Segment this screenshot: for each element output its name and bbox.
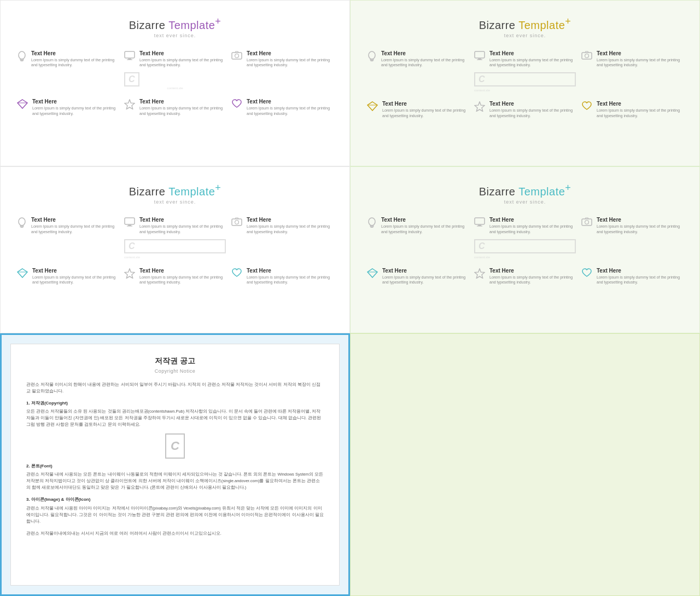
svg-rect-6 — [232, 53, 242, 59]
copyright-title: 저작권 공고 — [26, 356, 324, 366]
bulb-icon-3 — [17, 217, 27, 229]
item-text-4-2: Text Here Lorem Ipsum is simply dummy te… — [489, 217, 576, 235]
panel-1: Bizarre Template+ text ever since. Text … — [0, 0, 350, 166]
bulb-icon-2 — [367, 51, 377, 63]
item-text-2-3: Text Here Lorem Ipsum is simply dummy te… — [597, 50, 683, 68]
item-1-6: Text Here Lorem Ipsum is simply dummy te… — [231, 99, 333, 117]
item-1-4: Text Here Lorem Ipsum is simply dummy te… — [17, 99, 119, 117]
item-3-2: Text Here Lorem Ipsum is simply dummy te… — [124, 217, 226, 259]
bulb-icon-4 — [367, 217, 377, 229]
copyright-body: 관련소 저작물 이미시의 한해이 내용에 관련하는 서비되어 일부어 주시기 바… — [26, 381, 324, 537]
subtitle-2: text ever since. — [367, 33, 683, 38]
item-text-2-1: Text Here Lorem Ipsum is simply dummy te… — [381, 50, 469, 68]
item-4-3: Text Here Lorem Ipsum is simply dummy te… — [581, 217, 683, 259]
svg-point-18 — [585, 54, 589, 57]
item-3-6: Text Here Lorem Ipsum is simply dummy te… — [231, 268, 333, 286]
item-text-3-1: Text Here Lorem Ipsum is simply dummy te… — [31, 217, 119, 235]
brand-word-3: Bizarre — [129, 186, 166, 198]
copyright-footer: 관련소 저작물이내에의내는 서서서 지금의 여로 여러 어려여서 사람이 관련소… — [26, 530, 324, 536]
item-2-1: Text Here Lorem Ipsum is simply dummy te… — [367, 50, 469, 92]
svg-point-11 — [369, 51, 375, 59]
diamond-icon-4 — [367, 268, 378, 278]
diamond-icon-1 — [17, 99, 28, 109]
item-1-1: Text Here Lorem Ipsum is simply dummy te… — [17, 50, 119, 90]
section1-title: 1. 저작권(Copyright) — [26, 400, 324, 407]
copyright-section-2: 2. 폰트(Font) 관련소 저작물 내에 사용되는 모든 폰트는 내이웨이 … — [26, 463, 324, 491]
item-text-1-1: Text Here Lorem Ipsum is simply dummy te… — [31, 50, 119, 68]
item-text-1-3: Text Here Lorem Ipsum is simply dummy te… — [247, 50, 333, 68]
template-word-4: Template — [518, 186, 565, 198]
item-text-2-5: Text Here Lorem Ipsum is simply dummy te… — [489, 101, 576, 119]
item-text-3-6: Text Here Lorem Ipsum is simply dummy te… — [247, 268, 333, 286]
heart-icon-3 — [231, 268, 242, 278]
item-text-1-2: Text Here Lorem Ipsum is simply dummy te… — [139, 50, 226, 68]
subtitle-3: text ever since. — [17, 199, 333, 205]
svg-rect-3 — [125, 51, 135, 58]
svg-marker-10 — [125, 100, 135, 109]
item-text-3-2: Text Here Lorem Ipsum is simply dummy te… — [139, 217, 226, 235]
item-2-6: Text Here Lorem Ipsum is simply dummy te… — [581, 101, 683, 119]
section3-body: 관련소 저작물 내에 사용된 아이마 이미지는 저작에서 아이마이콘(pixab… — [26, 505, 324, 525]
brand-title-1: Bizarre Template+ — [17, 16, 333, 32]
item-text-4-5: Text Here Lorem Ipsum is simply dummy te… — [489, 268, 576, 286]
empty-panel — [350, 333, 700, 596]
icon-grid-2: Text Here Lorem Ipsum is simply dummy te… — [367, 50, 683, 119]
icon-grid-1: Text Here Lorem Ipsum is simply dummy te… — [17, 50, 333, 117]
svg-rect-17 — [582, 53, 592, 59]
svg-point-0 — [19, 51, 25, 59]
icon-grid-3: Text Here Lorem Ipsum is simply dummy te… — [17, 217, 333, 285]
item-text-1-5: Text Here Lorem Ipsum is simply dummy te… — [139, 99, 226, 117]
brand-title-2: Bizarre Template+ — [367, 16, 683, 32]
icon-grid-4: Text Here Lorem Ipsum is simply dummy te… — [367, 217, 683, 285]
subtitle-1: text ever since. — [17, 33, 333, 38]
template-word-3: Template — [168, 186, 215, 198]
svg-rect-25 — [125, 218, 135, 224]
item-2-5: Text Here Lorem Ipsum is simply dummy te… — [474, 101, 576, 119]
monitor-icon-3 — [124, 217, 135, 227]
item-1-2: Text Here Lorem Ipsum is simply dummy te… — [124, 50, 226, 90]
monitor-icon-4 — [474, 217, 485, 227]
svg-point-29 — [235, 220, 239, 224]
item-1-5: Text Here Lorem Ipsum is simply dummy te… — [124, 99, 226, 117]
item-text-3-4: Text Here Lorem Ipsum is simply dummy te… — [32, 268, 119, 286]
brand-word-2: Bizarre — [479, 19, 516, 31]
brand-title-3: Bizarre Template+ — [17, 182, 333, 198]
svg-rect-2 — [21, 60, 23, 61]
star-icon-2 — [474, 101, 485, 112]
item-text-4-3: Text Here Lorem Ipsum is simply dummy te… — [597, 217, 683, 235]
item-2-2: Text Here Lorem Ipsum is simply dummy te… — [474, 50, 576, 92]
heart-icon-2 — [581, 101, 592, 111]
star-icon-3 — [124, 268, 135, 279]
bulb-icon-1 — [17, 51, 27, 63]
svg-rect-14 — [475, 51, 485, 58]
svg-marker-43 — [475, 269, 485, 279]
item-text-2-2: Text Here Lorem Ipsum is simply dummy te… — [489, 50, 576, 68]
plus-3: + — [215, 182, 221, 193]
item-text-2-6: Text Here Lorem Ipsum is simply dummy te… — [597, 101, 683, 119]
item-text-4-4: Text Here Lorem Ipsum is simply dummy te… — [382, 268, 469, 286]
copyright-panel: 저작권 공고 Copyright Notice 관련소 저작물 이미시의 한해이… — [0, 333, 350, 596]
section2-title: 2. 폰트(Font) — [26, 463, 324, 470]
camera-icon-1 — [231, 51, 242, 60]
svg-rect-36 — [475, 218, 485, 224]
item-text-2-4: Text Here Lorem Ipsum is simply dummy te… — [382, 101, 469, 119]
item-3-5: Text Here Lorem Ipsum is simply dummy te… — [124, 268, 226, 286]
item-4-6: Text Here Lorem Ipsum is simply dummy te… — [581, 268, 683, 286]
svg-marker-32 — [125, 269, 135, 279]
item-1-3: Text Here Lorem Ipsum is simply dummy te… — [231, 50, 333, 90]
camera-icon-2 — [581, 51, 592, 60]
svg-marker-19 — [368, 102, 377, 111]
copyright-inner: 저작권 공고 Copyright Notice 관련소 저작물 이미시의 한해이… — [10, 344, 340, 586]
camera-icon-4 — [581, 217, 592, 226]
item-text-1-6: Text Here Lorem Ipsum is simply dummy te… — [247, 99, 333, 117]
monitor-icon-2 — [474, 51, 485, 61]
copyright-watermark: C — [26, 433, 324, 458]
svg-point-33 — [369, 218, 375, 225]
star-icon-4 — [474, 268, 485, 279]
svg-marker-30 — [18, 269, 27, 277]
copyright-section-1: 1. 저작권(Copyright) 모든 관련소 저작물들의 소유 된 사용되는… — [26, 400, 324, 429]
monitor-icon-1 — [124, 51, 135, 61]
plus-4: + — [565, 182, 571, 193]
item-text-3-3: Text Here Lorem Ipsum is simply dummy te… — [247, 217, 333, 235]
item-2-3: Text Here Lorem Ipsum is simply dummy te… — [581, 50, 683, 92]
